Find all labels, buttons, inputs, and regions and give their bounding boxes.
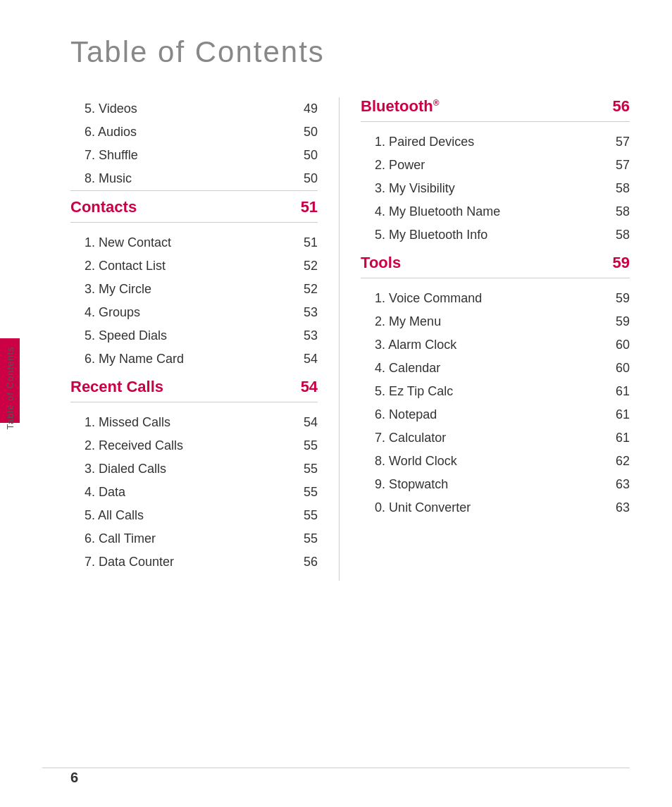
item-label: 2. Power [375, 158, 425, 173]
section-title: Recent Calls [70, 378, 163, 396]
item-label: 5. All Calls [85, 508, 144, 523]
toc-item: 1. Voice Command 59 [361, 287, 630, 310]
toc-item: 9. Stopwatch 63 [361, 473, 630, 496]
superscript: ® [433, 98, 440, 108]
item-page: 50 [304, 171, 318, 186]
toc-item: 4. My Bluetooth Name 58 [361, 200, 630, 223]
section-group: Bluetooth® 56 1. Paired Devices 57 2. Po… [361, 97, 630, 247]
item-label: 1. Voice Command [375, 291, 482, 306]
item-page: 61 [616, 431, 630, 445]
item-label: 3. My Circle [85, 282, 151, 297]
item-page: 60 [616, 338, 630, 352]
item-page: 57 [616, 158, 630, 173]
toc-item: 2. Contact List 52 [70, 254, 318, 278]
item-page: 57 [616, 135, 630, 149]
toc-item: 5. Ez Tip Calc 61 [361, 380, 630, 403]
left-column: 5. Videos 49 6. Audios 50 7. Shuffle 50 … [70, 97, 339, 581]
item-label: 8. Music [85, 171, 132, 186]
item-label: 2. Received Calls [85, 438, 183, 453]
toc-item: 4. Data 55 [70, 481, 318, 504]
section-page: 54 [301, 378, 318, 396]
item-page: 58 [616, 181, 630, 196]
item-label: 1. New Contact [85, 235, 171, 250]
item-page: 59 [616, 314, 630, 329]
top-items: 5. Videos 49 6. Audios 50 7. Shuffle 50 … [70, 97, 318, 191]
toc-item: 6. Audios 50 [70, 121, 318, 144]
item-label: 2. My Menu [375, 314, 441, 329]
toc-item: 0. Unit Converter 63 [361, 496, 630, 519]
item-label: 3. Alarm Clock [375, 338, 456, 352]
toc-item: 5. My Bluetooth Info 58 [361, 223, 630, 247]
toc-item: 3. My Circle 52 [70, 278, 318, 301]
item-page: 55 [304, 485, 318, 500]
item-label: 4. Calendar [375, 361, 440, 376]
item-label: 5. My Bluetooth Info [375, 228, 487, 242]
toc-item: 5. Speed Dials 53 [70, 324, 318, 347]
section-header: Bluetooth® 56 [361, 97, 630, 122]
item-label: 5. Videos [85, 101, 137, 116]
section-group: Recent Calls 54 1. Missed Calls 54 2. Re… [70, 378, 318, 574]
toc-item: 7. Data Counter 56 [70, 550, 318, 574]
section-group: Tools 59 1. Voice Command 59 2. My Menu … [361, 254, 630, 519]
toc-item: 5. All Calls 55 [70, 504, 318, 527]
toc-item: 4. Groups 53 [70, 301, 318, 324]
toc-item: 2. Power 57 [361, 154, 630, 177]
item-page: 54 [304, 415, 318, 430]
bottom-divider [42, 768, 630, 768]
toc-item: 7. Shuffle 50 [70, 144, 318, 167]
section-header: Tools 59 [361, 254, 630, 278]
toc-item: 1. New Contact 51 [70, 231, 318, 254]
content-wrapper: 5. Videos 49 6. Audios 50 7. Shuffle 50 … [70, 97, 630, 581]
item-label: 7. Data Counter [85, 555, 174, 569]
item-label: 5. Ez Tip Calc [375, 384, 453, 399]
item-label: 6. Call Timer [85, 531, 156, 546]
item-page: 61 [616, 384, 630, 399]
item-page: 60 [616, 361, 630, 376]
toc-item: 6. Notepad 61 [361, 403, 630, 426]
item-label: 0. Unit Converter [375, 500, 471, 515]
toc-item: 3. Dialed Calls 55 [70, 457, 318, 481]
item-label: 4. Groups [85, 305, 140, 320]
page-title: Table of Contents [70, 35, 630, 69]
page-number: 6 [70, 770, 78, 786]
item-label: 6. My Name Card [85, 352, 184, 366]
item-page: 53 [304, 305, 318, 320]
item-page: 58 [616, 204, 630, 219]
item-label: 3. My Visibility [375, 181, 455, 196]
item-label: 6. Notepad [375, 407, 437, 422]
toc-item: 8. World Clock 62 [361, 450, 630, 473]
item-page: 63 [616, 500, 630, 515]
item-label: 3. Dialed Calls [85, 462, 166, 476]
toc-item: 8. Music 50 [70, 167, 318, 190]
toc-item: 5. Videos 49 [70, 97, 318, 121]
item-label: 8. World Clock [375, 454, 457, 469]
toc-item: 3. Alarm Clock 60 [361, 333, 630, 357]
item-page: 49 [304, 101, 318, 116]
item-page: 52 [304, 282, 318, 297]
left-sections: Contacts 51 1. New Contact 51 2. Contact… [70, 198, 318, 574]
section-title: Bluetooth® [361, 97, 440, 116]
item-page: 50 [304, 148, 318, 163]
page-container: Table of Contents Table of Contents 5. V… [0, 0, 672, 807]
toc-item: 6. My Name Card 54 [70, 347, 318, 371]
item-page: 63 [616, 477, 630, 492]
section-header: Contacts 51 [70, 198, 318, 223]
item-page: 59 [616, 291, 630, 306]
item-label: 1. Paired Devices [375, 135, 474, 149]
section-group: Contacts 51 1. New Contact 51 2. Contact… [70, 198, 318, 371]
toc-item: 4. Calendar 60 [361, 357, 630, 380]
toc-item: 2. My Menu 59 [361, 310, 630, 333]
item-label: 7. Calculator [375, 431, 446, 445]
section-page: 51 [301, 198, 318, 216]
item-label: 4. My Bluetooth Name [375, 204, 500, 219]
item-page: 55 [304, 531, 318, 546]
item-page: 54 [304, 352, 318, 366]
right-column: Bluetooth® 56 1. Paired Devices 57 2. Po… [339, 97, 630, 581]
sidebar-text-wrapper: Table of Contents [0, 211, 20, 564]
item-label: 1. Missed Calls [85, 415, 170, 430]
item-page: 52 [304, 259, 318, 273]
toc-item: 2. Received Calls 55 [70, 434, 318, 457]
item-page: 55 [304, 508, 318, 523]
item-page: 50 [304, 125, 318, 140]
item-page: 62 [616, 454, 630, 469]
